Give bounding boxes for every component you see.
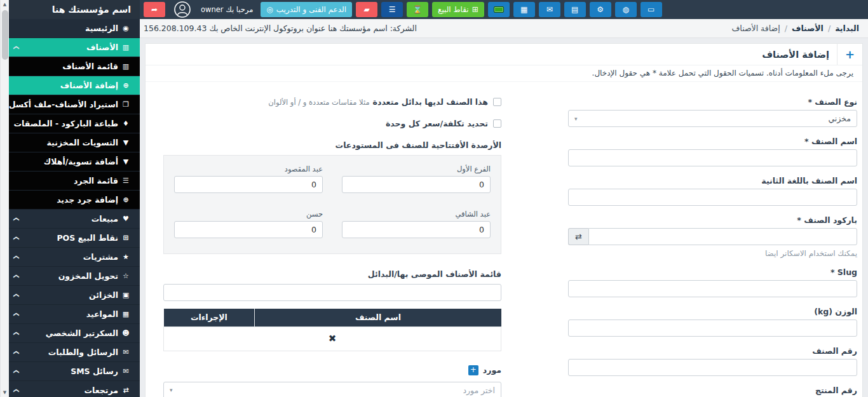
hourglass-icon: ⌛ bbox=[413, 6, 423, 13]
slug-input[interactable] bbox=[568, 280, 857, 297]
panel-subtitle: يرجى ملء المعلومات أدناه. تسميات الحقول … bbox=[146, 65, 862, 82]
sidebar-item-appointments[interactable]: ▦ المواعيد ❯ bbox=[9, 305, 140, 324]
warehouse-qty-input[interactable] bbox=[342, 176, 491, 193]
breadcrumb-items[interactable]: الأصناف bbox=[792, 24, 824, 33]
sidebar-item-safes[interactable]: ▣ الخزائن ❯ bbox=[9, 286, 140, 305]
sidebar-item-sales[interactable]: ♥ مبيعات ❯ bbox=[9, 210, 140, 229]
warehouse-field: حسن bbox=[174, 210, 323, 238]
sidebar-item-stock-adjustments[interactable]: ▼ التسويات المخزنية bbox=[9, 133, 140, 152]
collapse-plus-icon[interactable]: + bbox=[845, 49, 855, 60]
app-window: ➦ مرحبا بك owner ◎ الدعم الفنى و التدريب… bbox=[0, 0, 868, 397]
calculator-button[interactable]: ▤ bbox=[564, 2, 586, 17]
heart-icon: ♥ bbox=[118, 215, 133, 223]
sidebar-item-personal-secretary[interactable]: ☻ السكرتير الشخصي ❯ bbox=[9, 324, 140, 343]
person-icon: ☻ bbox=[118, 329, 133, 337]
list-icon: ☰ bbox=[389, 6, 396, 13]
scrollbar-thumb[interactable] bbox=[2, 10, 8, 60]
panel-title: إضافة الأصناف bbox=[762, 50, 829, 60]
unit-cost-checkbox[interactable] bbox=[493, 119, 501, 128]
sidebar-item-add-items[interactable]: ⊕ إضافة الأصناف bbox=[9, 76, 140, 95]
hourglass-button[interactable]: ⌛ bbox=[407, 2, 428, 17]
recommended-items-input[interactable] bbox=[163, 284, 501, 301]
sidebar-item-messages-requests[interactable]: ✉ الرسائل والطلبات ❯ bbox=[9, 343, 140, 362]
warehouse-field: عبد الشافي bbox=[342, 210, 491, 238]
warehouse-qty-input[interactable] bbox=[174, 176, 323, 193]
item-name2-input[interactable] bbox=[568, 189, 857, 206]
box-icon: ▣ bbox=[118, 291, 133, 299]
calendar-button[interactable]: ▦ bbox=[513, 2, 535, 17]
plus-circle-icon: ⊕ bbox=[118, 196, 133, 204]
supplier-header: مورد + bbox=[163, 365, 501, 375]
item-number-input[interactable] bbox=[568, 359, 857, 376]
sidebar-item-sms[interactable]: ✉ رسائل SMS ❯ bbox=[9, 362, 140, 381]
mail-button[interactable]: ✉ bbox=[539, 2, 560, 17]
chevron-down-icon: ▾ bbox=[170, 387, 173, 393]
breadcrumb-home[interactable]: البداية bbox=[835, 24, 859, 33]
add-supplier-button[interactable]: + bbox=[468, 365, 478, 375]
sidebar-item-inventory-list[interactable]: ☰ قائمة الجرد bbox=[9, 172, 140, 191]
page-scrollbar[interactable]: ▲ ▼ bbox=[0, 0, 9, 397]
sidebar-item-import-excel[interactable]: ❐ استيراد الأصناف-ملف أكسل bbox=[9, 95, 140, 114]
eraser-button[interactable]: ▰ bbox=[356, 2, 377, 17]
star-outline-icon: ☆ bbox=[118, 272, 133, 280]
chevron-down-icon: ❯ bbox=[13, 217, 20, 222]
chevron-down-icon: ❯ bbox=[13, 388, 20, 393]
scroll-down-arrow-icon[interactable]: ▼ bbox=[1, 388, 10, 397]
filter-icon: ▼ bbox=[118, 158, 133, 166]
weight-input[interactable] bbox=[568, 320, 857, 337]
keyboard-button[interactable] bbox=[488, 2, 510, 17]
warehouse-qty-input[interactable] bbox=[174, 221, 323, 238]
barcode-icon: ▥ bbox=[118, 43, 133, 51]
sidebar-item-items[interactable]: ▥ الأصناف ❯ bbox=[9, 38, 140, 57]
barcode-icon: ▥ bbox=[118, 62, 133, 71]
recommended-items-table: اسم الصنف الإجراءات ✖ bbox=[163, 309, 501, 351]
list-button[interactable]: ☰ bbox=[381, 2, 403, 17]
sidebar-item-returns[interactable]: ⇄ مرتجعات ❯ bbox=[9, 381, 140, 397]
item-name-input[interactable] bbox=[568, 149, 857, 166]
sidebar-item-stock-transfer[interactable]: ☆ تحويل المخزون ❯ bbox=[9, 267, 140, 286]
sidebar-item-pos[interactable]: ⊞ نقاط البيع POS ❯ bbox=[9, 229, 140, 248]
opening-balance-panel: الفرع الأول عبد المقصود عبد الشافي bbox=[163, 155, 501, 254]
sidebar-item-add-inventory[interactable]: ⊕ إضافة جرد جديد bbox=[9, 191, 140, 210]
settings-button[interactable]: ⚙ bbox=[590, 2, 611, 17]
recommended-items-label: قائمة الأصناف الموصى بها/البدائل bbox=[163, 269, 501, 279]
monitor-button[interactable]: ▭ bbox=[641, 2, 662, 17]
warehouse-qty-input[interactable] bbox=[342, 221, 491, 238]
item-type-label: نوع الصنف * bbox=[568, 97, 857, 107]
barcode-hint: يمكنك استخدام الاسكانر ايضا bbox=[568, 249, 857, 258]
scroll-up-arrow-icon[interactable]: ▲ bbox=[1, 0, 10, 9]
avatar[interactable] bbox=[174, 1, 191, 18]
item-name2-label: اسم الصنف باللغة الثانية bbox=[568, 176, 857, 185]
pos-button[interactable]: نقاط البيع ⊞ bbox=[432, 2, 484, 17]
chevron-down-icon: ❯ bbox=[13, 45, 20, 50]
support-button[interactable]: ◎ الدعم الفنى و التدريب bbox=[261, 2, 352, 17]
slug-label: Slug * bbox=[568, 267, 857, 277]
variants-checkbox[interactable] bbox=[493, 98, 501, 106]
sidebar-item-add-adjustment[interactable]: ▼ أضافة تسوية/أهلاك bbox=[9, 152, 140, 172]
envelope-icon: ✉ bbox=[118, 367, 133, 375]
sidebar-item-print-barcode[interactable]: ♦ طباعة الباركود - الملصقات bbox=[9, 114, 140, 133]
header-divider bbox=[837, 44, 837, 65]
globe-button[interactable]: ◍ bbox=[615, 2, 637, 17]
variants-label: هذا الصنف لديها بدائل متعددة bbox=[373, 97, 488, 107]
generate-barcode-button[interactable]: ⇄ bbox=[568, 228, 588, 245]
chevron-down-icon: ❯ bbox=[13, 293, 20, 298]
close-icon[interactable]: ✖ bbox=[329, 333, 337, 344]
barcode-label: باركود الصنف * bbox=[568, 215, 857, 225]
star-icon: ★ bbox=[118, 253, 133, 261]
sidebar-item-home[interactable]: ◉ الرئيسية bbox=[9, 19, 140, 38]
supplier-select-placeholder: اختر مورد bbox=[463, 386, 495, 395]
item-type-value: مخزني bbox=[828, 114, 851, 123]
supplier-select[interactable]: اختر مورد ▾ bbox=[163, 382, 501, 397]
item-number-label: رقم الصنف bbox=[568, 346, 857, 356]
warehouse-label: عبد المقصود bbox=[174, 165, 323, 173]
chevron-down-icon: ❯ bbox=[13, 350, 20, 355]
logout-button[interactable]: ➦ bbox=[144, 2, 165, 17]
sidebar-item-items-list[interactable]: ▥ قائمة الأصناف bbox=[9, 57, 140, 76]
organization-title: اسم مؤسستك هنا bbox=[9, 0, 140, 19]
panel-header: + إضافة الأصناف bbox=[146, 44, 862, 65]
sidebar-item-purchases[interactable]: ★ مشتريات ❯ bbox=[9, 248, 140, 267]
item-type-select[interactable]: مخزني ▾ bbox=[568, 110, 857, 127]
barcode-input[interactable] bbox=[588, 228, 857, 245]
weight-label: الوزن (kg) bbox=[568, 307, 857, 316]
